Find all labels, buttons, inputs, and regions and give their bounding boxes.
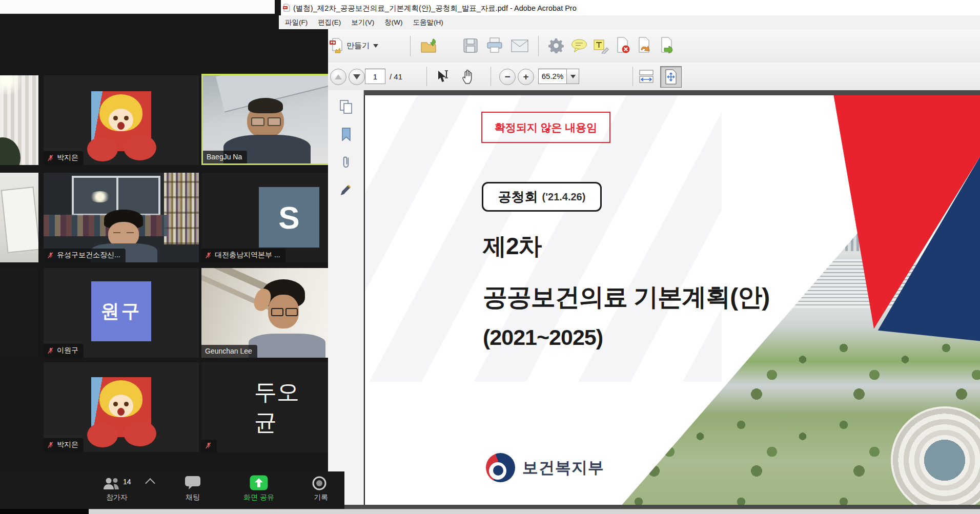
paperclip-icon <box>341 154 352 170</box>
participant-name: Geunchan Lee <box>205 347 252 355</box>
avatar-text: 원구 <box>91 281 151 341</box>
participant-tile[interactable]: 박지은 <box>44 362 199 452</box>
menu-view[interactable]: 보기(V) <box>346 16 379 29</box>
mic-muted-icon <box>47 441 54 449</box>
chat-icon <box>185 476 201 490</box>
participant-tile[interactable]: S 대전충남지역본부 ... <box>201 173 328 262</box>
slide-title-line1: 제2차 <box>483 231 542 262</box>
participant-tile[interactable]: 원구 이원구 <box>44 268 199 358</box>
save-button[interactable] <box>463 38 478 53</box>
mic-muted-icon <box>205 252 212 259</box>
zoom-level-value[interactable]: 65.2% <box>538 69 567 84</box>
participant-tile[interactable]: 두오균 <box>201 362 328 452</box>
email-button[interactable] <box>511 39 528 52</box>
taskbar-dark-segment[interactable] <box>0 509 89 514</box>
screen: 박지은 BaegJu Na <box>0 0 980 514</box>
participant-display-name: 두오균 <box>254 377 303 438</box>
chat-label[interactable]: 채팅 <box>174 493 211 502</box>
slide-watermark-box: 확정되지 않은 내용임 <box>481 112 610 143</box>
avatar <box>91 377 151 437</box>
bookmark-icon <box>340 127 352 141</box>
signature-pen-icon <box>339 183 353 196</box>
fit-page-icon <box>664 69 678 85</box>
name-label: 이원구 <box>44 344 84 358</box>
mic-muted-icon <box>47 252 54 259</box>
name-label: 박지은 <box>44 151 84 165</box>
export-button[interactable] <box>659 37 675 54</box>
participant-tile-partial[interactable] <box>0 268 38 358</box>
menu-edit[interactable]: 편집(E) <box>313 16 346 29</box>
taskbar[interactable] <box>89 509 980 514</box>
menu-window[interactable]: 창(W) <box>379 16 407 29</box>
bookmarks-button[interactable] <box>338 126 354 142</box>
participant-tile[interactable]: Geunchan Lee <box>201 268 328 358</box>
window-title: (별첨)_제2차_공공보건의료_기본계획(안)_공청회_발표_자료.pdf - … <box>293 4 577 13</box>
share-screen-button[interactable] <box>248 475 270 493</box>
select-tool-button[interactable] <box>437 69 451 85</box>
menu-file[interactable]: 파일(F) <box>280 16 313 29</box>
participant-name: 대전충남지역본부 ... <box>215 251 280 260</box>
participants-icon <box>103 477 120 490</box>
hand-tool-button[interactable] <box>461 69 476 85</box>
ministry-name: 보건복지부 <box>522 457 604 479</box>
participants-button[interactable] <box>103 477 120 490</box>
print-button[interactable] <box>486 37 503 53</box>
page-thumbnails-button[interactable] <box>338 98 354 115</box>
slide-title-line2: 공공보건의료 기본계획(안) <box>483 281 769 314</box>
page-number-input[interactable] <box>365 69 385 84</box>
fit-width-icon <box>639 70 654 84</box>
open-folder-icon <box>420 38 438 53</box>
acrobat-titlebar[interactable]: (별첨)_제2차_공공보건의료_기본계획(안)_공청회_발표_자료.pdf - … <box>281 0 980 15</box>
hand-tool-icon <box>461 69 476 85</box>
open-button[interactable] <box>420 38 438 53</box>
pdf-page[interactable]: 확정되지 않은 내용임 공청회 ('21.4.26) 제2차 공공보건의료 기본… <box>365 95 980 505</box>
doc-delete-icon <box>615 37 630 54</box>
avatar-letter: S <box>259 187 319 248</box>
scroll-mode-button[interactable] <box>639 70 654 84</box>
slide-event-title: 공청회 <box>498 188 538 206</box>
participant-tile[interactable]: 박지은 <box>44 75 199 165</box>
create-pdf-icon <box>329 38 343 53</box>
share-screen-label[interactable]: 화면 공유 <box>233 493 284 502</box>
mic-muted-icon <box>205 442 212 449</box>
fit-page-button[interactable] <box>660 66 682 88</box>
slide-title-line3: (2021~2025) <box>483 325 603 350</box>
ministry-logo: 보건복지부 <box>486 453 604 482</box>
chat-button[interactable] <box>185 476 201 492</box>
comment-icon <box>571 39 587 53</box>
name-label: BaegJu Na <box>203 151 247 163</box>
participant-tile-partial[interactable] <box>0 75 38 165</box>
record-label[interactable]: 기록 <box>307 493 335 502</box>
zoom-titlebar[interactable] <box>0 0 275 14</box>
print-icon <box>486 37 503 53</box>
zoom-in-button[interactable]: + <box>518 69 534 85</box>
attachments-button[interactable] <box>338 154 354 170</box>
slide-event-badge: 공청회 ('21.4.26) <box>482 182 602 212</box>
create-pdf-button[interactable]: 만들기 <box>329 38 378 53</box>
acrobat-toolbar: 만들기 <box>328 29 980 63</box>
zoom-dropdown-button[interactable] <box>567 69 579 84</box>
signatures-button[interactable] <box>338 181 354 198</box>
video-whiteboard <box>1 187 38 253</box>
comment-button[interactable] <box>571 39 587 53</box>
acrobat-nav-toolbar: / 41 − + 65.2% <box>328 63 980 91</box>
menu-help[interactable]: 도움말(H) <box>407 16 448 29</box>
email-icon <box>511 39 528 52</box>
previous-page-button[interactable] <box>330 69 346 85</box>
preferences-button[interactable] <box>548 38 564 53</box>
participants-label[interactable]: 참가자 <box>96 493 137 502</box>
next-page-button[interactable] <box>349 69 365 85</box>
zoom-out-button[interactable]: − <box>499 69 516 85</box>
delete-pages-button[interactable] <box>615 37 630 54</box>
page-count-label: / 41 <box>390 72 402 81</box>
participants-chevron[interactable] <box>147 480 154 487</box>
participant-tile-active-speaker[interactable]: BaegJu Na <box>201 74 328 165</box>
create-pdf-label: 만들기 <box>346 41 370 51</box>
participant-tile-partial[interactable] <box>0 173 38 262</box>
record-button[interactable] <box>312 476 327 493</box>
rotate-pages-button[interactable] <box>637 37 652 54</box>
text-edit-button[interactable] <box>594 38 609 54</box>
slide-watermark-text: 확정되지 않은 내용임 <box>495 120 598 135</box>
participant-tile[interactable]: 유성구보건소장신... <box>44 173 199 262</box>
document-canvas-gap <box>328 505 980 509</box>
